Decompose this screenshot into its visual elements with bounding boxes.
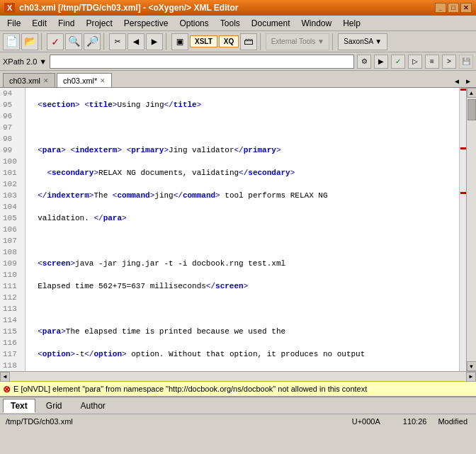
scroll-thumb[interactable]: [468, 99, 476, 120]
error-mark-1: [460, 89, 466, 91]
error-bar: ⊗ E [oNVDL] element "para" from namespac…: [0, 381, 476, 397]
menu-perspective[interactable]: Perspective: [118, 17, 174, 30]
horizontal-scrollbar[interactable]: ◀ ▶: [0, 371, 476, 381]
line-95: [28, 122, 456, 133]
xq-button[interactable]: XQ: [219, 35, 239, 47]
line-94: <section> <title>Using Jing</title>: [28, 99, 456, 110]
editor-area: 94 95 96 97 98 99 100 101 102 103 104 10…: [0, 88, 476, 371]
line-97: <secondary>RELAX NG documents, validatin…: [28, 167, 456, 178]
menu-file[interactable]: File: [1, 17, 26, 30]
xpath-label: XPath 2.0 ▼: [3, 57, 47, 66]
line-104: <para>The elapsed time is printed becaus…: [28, 326, 456, 337]
tab-text[interactable]: Text: [3, 399, 35, 413]
menu-bar: File Edit Find Project Perspective Optio…: [0, 16, 476, 31]
error-mark-2: [460, 147, 466, 149]
bottom-tab-bar: Text Grid Author: [0, 397, 476, 414]
forward-button[interactable]: ▶: [146, 33, 163, 50]
code-editor[interactable]: <section> <title>Using Jing</title> <par…: [26, 88, 459, 371]
window-title: ch03.xml [/tmp/TDG/ch03.xml] - <oXygen/>…: [19, 3, 238, 13]
tab-bar: ch03.xml ✕ ch03.xml* ✕ ◀ ▶: [0, 71, 476, 88]
file-path: /tmp/TDG/ch03.xml: [3, 417, 341, 426]
modified-status: Modified: [438, 417, 473, 426]
tab-ch03-modified[interactable]: ch03.xml* ✕: [57, 73, 112, 87]
toolbar: 📄 📂 ✓ 🔍 🔎 ✂ ◀ ▶ ▣ XSLT XQ 🗃 External Too…: [0, 31, 476, 52]
menu-document[interactable]: Document: [246, 17, 296, 30]
error-icon: ⊗: [3, 384, 11, 395]
tab-author[interactable]: Author: [72, 399, 113, 413]
open-button[interactable]: 📂: [21, 33, 38, 50]
scroll-left-button[interactable]: ◀: [0, 372, 10, 382]
validate-button[interactable]: ✓: [47, 33, 64, 50]
new-button[interactable]: 📄: [3, 33, 20, 50]
line-103: [28, 303, 456, 314]
encoding: U+000A: [341, 417, 392, 426]
xpath-copy-button[interactable]: >: [442, 55, 456, 69]
error-marks: [459, 88, 466, 371]
xpath-list-button[interactable]: ≡: [425, 55, 439, 69]
close-button[interactable]: ✕: [460, 3, 472, 13]
xpath-bar: XPath 2.0 ▼ ⚙ ▶ ✓ ▷ ≡ > 💾: [0, 52, 476, 71]
xpath-save-button: 💾: [459, 55, 473, 69]
search-button[interactable]: 🔍: [65, 33, 82, 50]
tab-next-button[interactable]: ▶: [463, 76, 473, 87]
tab-text-label: Text: [11, 401, 28, 411]
menu-edit[interactable]: Edit: [26, 17, 52, 30]
saxonsa-button[interactable]: SaxonSA ▼: [338, 33, 387, 50]
tab-nav: ◀ ▶: [452, 76, 473, 87]
xpath-play-button[interactable]: ▷: [408, 55, 422, 69]
tab-ch03[interactable]: ch03.xml ✕: [3, 73, 55, 87]
xpath-execute-button[interactable]: ▶: [374, 55, 388, 69]
cursor-position: 110:26: [392, 417, 438, 426]
line-102: Elapsed time 562+75=637 milliseconds</sc…: [28, 280, 456, 292]
line-numbers: 94 95 96 97 98 99 100 101 102 103 104 10…: [0, 88, 26, 371]
xslt-button[interactable]: XSLT: [190, 35, 217, 47]
tab-ch03-modified-label: ch03.xml*: [63, 76, 97, 85]
vertical-scrollbar[interactable]: ▲ ▼: [466, 88, 476, 371]
ext-tools-button: External Tools ▼: [266, 33, 329, 50]
line-99: validation. </para>: [28, 212, 456, 224]
line-101: <screen>java -jar jing.jar -t -i docbook…: [28, 258, 456, 269]
tab-grid-label: Grid: [46, 401, 62, 411]
scroll-down-button[interactable]: ▼: [467, 361, 477, 371]
error-mark-3: [460, 192, 466, 194]
tab-ch03-label: ch03.xml: [9, 76, 40, 85]
error-message: E [oNVDL] element "para" from namespace …: [13, 385, 367, 393]
title-bar: X ch03.xml [/tmp/TDG/ch03.xml] - <oXygen…: [0, 0, 476, 16]
minimize-button[interactable]: _: [435, 3, 446, 13]
line-96: <para> <indexterm> <primary>Jing validat…: [28, 144, 456, 156]
menu-tools[interactable]: Tools: [215, 17, 246, 30]
menu-window[interactable]: Window: [296, 17, 338, 30]
menu-help[interactable]: Help: [337, 17, 366, 30]
search2-button[interactable]: 🔎: [84, 33, 101, 50]
cut-button[interactable]: ✂: [109, 33, 126, 50]
tab-ch03-modified-close[interactable]: ✕: [100, 77, 106, 84]
xpath-input[interactable]: [50, 55, 354, 69]
status-bar: /tmp/TDG/ch03.xml U+000A 110:26 Modified: [0, 414, 476, 428]
line-105: <option>-t</option> option. Without that…: [28, 348, 456, 360]
maximize-button[interactable]: □: [448, 3, 459, 13]
tab-ch03-close[interactable]: ✕: [43, 77, 49, 84]
back-button[interactable]: ◀: [128, 33, 144, 50]
scroll-up-button[interactable]: ▲: [467, 88, 477, 98]
xpath-settings-button[interactable]: ⚙: [357, 55, 371, 69]
line-98: </indexterm>The <command>jing</command> …: [28, 190, 456, 201]
scroll-right-button[interactable]: ▶: [466, 372, 476, 382]
menu-find[interactable]: Find: [52, 17, 80, 30]
line-100: [28, 235, 456, 246]
menu-project[interactable]: Project: [80, 17, 118, 30]
page-button[interactable]: ▣: [171, 33, 188, 50]
tab-author-label: Author: [80, 401, 105, 411]
app-icon: X: [4, 3, 15, 13]
tab-prev-button[interactable]: ◀: [452, 76, 462, 87]
xpath-check-button[interactable]: ✓: [391, 55, 405, 69]
tab-grid[interactable]: Grid: [38, 399, 70, 413]
menu-options[interactable]: Options: [174, 17, 214, 30]
db-button[interactable]: 🗃: [240, 33, 257, 50]
